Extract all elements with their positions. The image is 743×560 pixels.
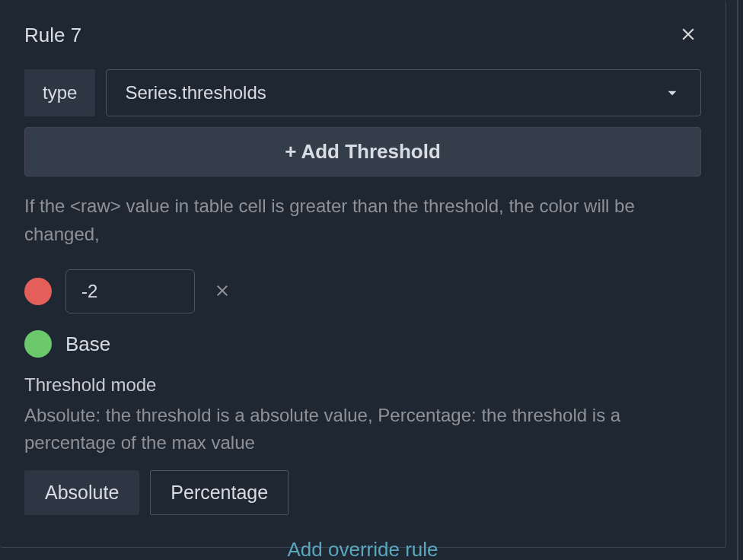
base-threshold-row: Base [24,330,701,358]
close-icon [678,24,698,44]
add-override-rule-button[interactable]: Add override rule [24,538,701,560]
threshold-mode-absolute-button[interactable]: Absolute [24,470,139,515]
plus-icon: + [285,140,296,164]
rule-header: Rule 7 [24,21,701,49]
rule-panel: Rule 7 type Series.thresholds + Add Thre… [0,0,726,548]
type-label: type [24,69,95,116]
threshold-mode-label: Threshold mode [24,374,701,396]
threshold-mode-help: Absolute: the threshold is a absolute va… [24,402,701,457]
chevron-down-icon [662,83,682,103]
threshold-color-swatch[interactable] [24,278,52,305]
base-label: Base [65,332,110,356]
threshold-row [24,269,701,313]
threshold-remove-button[interactable] [209,277,236,307]
type-select[interactable]: Series.thresholds [106,69,701,116]
close-icon [213,282,231,300]
threshold-mode-percentage-button[interactable]: Percentage [150,470,289,515]
rule-title: Rule 7 [24,24,81,47]
base-color-swatch[interactable] [24,330,52,358]
right-divider [737,0,738,560]
close-rule-button[interactable] [675,21,701,49]
add-threshold-label: Add Threshold [301,140,440,164]
add-threshold-button[interactable]: + Add Threshold [24,127,701,177]
type-select-value: Series.thresholds [125,82,266,103]
type-row: type Series.thresholds [24,69,701,116]
threshold-value-input[interactable] [65,269,195,313]
threshold-mode-buttons: Absolute Percentage [24,470,701,515]
threshold-help-text: If the <raw> value in table cell is grea… [24,192,701,248]
